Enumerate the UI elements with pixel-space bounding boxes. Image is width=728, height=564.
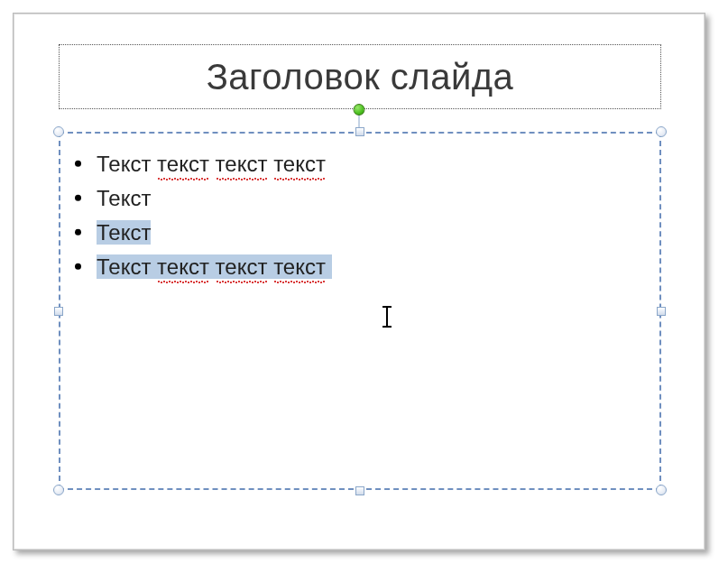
resize-handle-s-icon[interactable] xyxy=(355,486,364,495)
resize-handle-e-icon[interactable] xyxy=(657,307,666,316)
list-item[interactable]: Текст текст текст текст xyxy=(75,250,634,284)
resize-handle-n-icon[interactable] xyxy=(355,127,364,136)
slide-canvas[interactable]: Заголовок слайда Текст текст текст текст… xyxy=(13,13,705,550)
bullet-text: Текст xyxy=(97,186,151,210)
resize-handle-nw-icon[interactable] xyxy=(53,126,64,137)
bullet-list[interactable]: Текст текст текст текст Текст Текст Текс… xyxy=(75,147,634,284)
title-placeholder[interactable]: Заголовок слайда xyxy=(59,44,661,109)
misspelled-word: текст xyxy=(216,250,268,284)
misspelled-word: текст xyxy=(273,250,326,284)
misspelled-word: текст xyxy=(157,147,209,181)
misspelled-word: текст xyxy=(157,250,209,284)
bullet-icon xyxy=(75,161,81,167)
bullet-icon xyxy=(75,264,81,270)
bullet-text: Текст xyxy=(97,152,157,176)
resize-handle-w-icon[interactable] xyxy=(54,307,63,316)
list-item[interactable]: Текст текст текст текст xyxy=(75,147,634,181)
misspelled-word: текст xyxy=(273,147,326,181)
bullet-icon xyxy=(75,195,81,201)
misspelled-word: текст xyxy=(216,147,268,181)
selected-text: Текст текст текст текст xyxy=(97,254,332,279)
resize-handle-ne-icon[interactable] xyxy=(656,126,667,137)
rotation-handle-icon[interactable] xyxy=(354,104,365,116)
list-item[interactable]: Текст xyxy=(75,181,634,216)
list-item[interactable]: Текст xyxy=(75,216,634,250)
title-text: Заголовок слайда xyxy=(207,57,514,97)
resize-handle-se-icon[interactable] xyxy=(656,485,667,495)
resize-handle-sw-icon[interactable] xyxy=(53,485,64,495)
selected-text: Текст xyxy=(97,220,151,245)
bullet-icon xyxy=(75,229,81,236)
